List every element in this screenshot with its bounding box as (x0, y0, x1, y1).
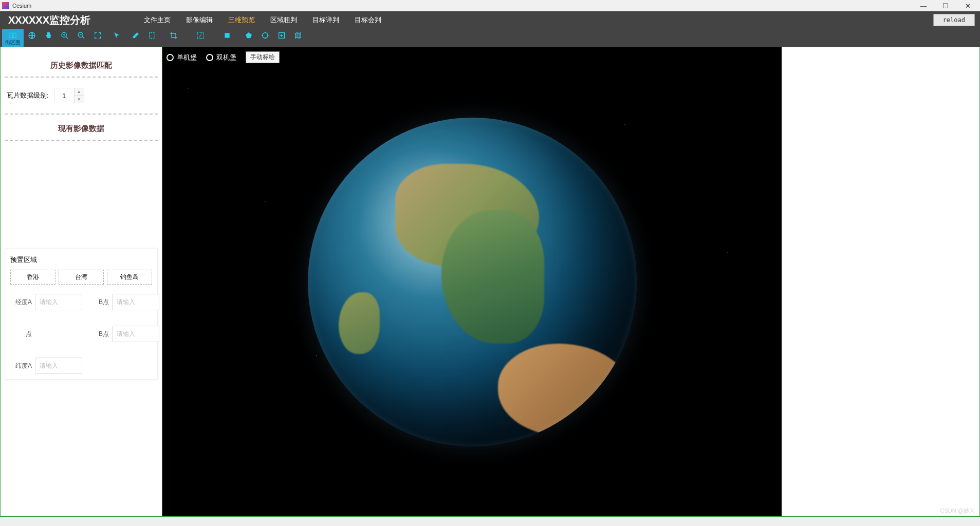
tool-label: 关闭影材 (217, 40, 237, 45)
svg-rect-5 (150, 33, 155, 39)
tab-2[interactable]: 三维预览 (228, 15, 255, 25)
tool-globe[interactable]: 全球 (24, 29, 40, 47)
tool-export[interactable]: 下载 (273, 29, 290, 47)
zoom-out-icon (77, 31, 85, 40)
app-title: XXXXXX监控分析 (5, 13, 123, 27)
tool-label: 全球 (27, 40, 37, 45)
radio-icon (206, 54, 213, 61)
tool-label: 放大 (60, 40, 70, 45)
preset-btn-2[interactable]: 钓鱼岛 (107, 270, 152, 285)
viewer-topbar: 单机堡 双机堡 手动标绘 (167, 51, 280, 63)
preset-region-panel: 预置区域 香港台湾钓鱼岛 经度A B点 点 B点 纬度A (5, 249, 158, 380)
tab-5[interactable]: 目标会判 (355, 15, 381, 25)
lonA-input[interactable] (35, 294, 82, 310)
tab-4[interactable]: 目标详判 (312, 15, 339, 25)
svg-rect-1 (13, 33, 16, 37)
sidebar: 历史影像数据匹配 瓦片数据级别: ▲ ▼ 现有影像数据 预置区域 香港台湾钓鱼岛… (1, 47, 162, 516)
right-blank-panel (782, 47, 979, 516)
tool-label: 全屏 (93, 40, 103, 45)
latA-label: 纬度A (10, 362, 35, 370)
main-tabs: 文件主页影像编辑三维预览区域粗判目标详判目标会判 (144, 15, 381, 25)
tool-label: 绘点 (260, 40, 270, 45)
fullscreen-icon (94, 31, 102, 40)
tool-label: 方向框 (109, 40, 124, 45)
radio-icon (167, 54, 174, 61)
b2-label: B点 (91, 330, 112, 339)
map-icon (294, 31, 302, 40)
tool-zoom-out[interactable]: 缩小 (73, 29, 89, 47)
minimize-button[interactable]: — (913, 2, 934, 10)
header-bar: XXXXXX监控分析 文件主页影像编辑三维预览区域粗判目标详判目标会判 relo… (0, 11, 980, 29)
b1-label: B点 (91, 298, 112, 307)
tool-cursor[interactable]: 方向框 (106, 29, 127, 47)
hand-icon (44, 31, 52, 40)
tool-hand[interactable]: 移动 (40, 29, 57, 47)
existing-section-title: 现有影像数据 (5, 115, 158, 140)
reload-button[interactable]: reload (933, 14, 975, 26)
tool-select-dashed[interactable]: 选择影材 (187, 29, 214, 47)
tile-level-stepper[interactable]: ▲ ▼ (54, 88, 84, 103)
history-section-title: 历史影像数据匹配 (5, 51, 158, 77)
tool-select-rect[interactable]: 区域 (144, 29, 160, 47)
svg-rect-7 (225, 33, 229, 37)
tool-pentagon[interactable]: 绘面 (241, 29, 257, 47)
crop-icon (170, 31, 178, 40)
tile-level-row: 瓦片数据级别: ▲ ▼ (5, 78, 158, 114)
preset-btn-1[interactable]: 台湾 (59, 270, 104, 285)
maximize-button[interactable]: ☐ (935, 2, 956, 10)
tool-label: 移动 (43, 40, 53, 45)
tool-eraser[interactable]: 清除 (127, 29, 144, 47)
tool-fullscreen[interactable]: 全屏 (89, 29, 106, 47)
tab-1[interactable]: 影像编辑 (186, 15, 213, 25)
cesium-viewer[interactable]: 单机堡 双机堡 手动标绘 (162, 47, 782, 516)
svg-rect-0 (10, 33, 12, 37)
watermark: CSDN @妙为 (940, 507, 975, 515)
target-icon (261, 31, 269, 40)
tool-label: 导出 (293, 40, 303, 45)
tool-layers[interactable]: 街区图 (2, 29, 24, 47)
tool-target[interactable]: 绘点 (257, 29, 273, 47)
window-title: Cesium (12, 3, 31, 9)
tool-stop[interactable]: 关闭影材 (214, 29, 241, 47)
tool-zoom-in[interactable]: 放大 (57, 29, 73, 47)
globe-icon[interactable] (308, 118, 637, 446)
b2-input[interactable] (112, 326, 159, 342)
tool-label: 缩小 (76, 40, 86, 45)
tool-map[interactable]: 导出 (290, 29, 306, 47)
tool-label: 下载 (276, 40, 287, 45)
stepper-down-icon[interactable]: ▼ (75, 96, 84, 103)
double-mode-radio[interactable]: 双机堡 (206, 53, 236, 62)
svg-point-8 (263, 33, 268, 39)
tool-label: 选择影材 (190, 40, 211, 45)
tool-label: 区域 (147, 40, 157, 45)
tile-level-label: 瓦片数据级别: (7, 91, 49, 100)
stepper-up-icon[interactable]: ▲ (75, 88, 84, 96)
tool-label: 切换影材 (163, 40, 184, 45)
tool-crop[interactable]: 切换影材 (160, 29, 187, 47)
preset-btn-0[interactable]: 香港 (10, 270, 56, 285)
tool-label: 绘面 (244, 40, 254, 45)
close-button[interactable]: ✕ (957, 2, 978, 10)
zoom-in-icon (61, 31, 69, 40)
app-icon (2, 2, 9, 9)
single-mode-radio[interactable]: 单机堡 (167, 53, 197, 62)
stop-icon (224, 31, 231, 40)
tile-level-input[interactable] (54, 88, 74, 103)
footer-bar (0, 517, 980, 526)
window-titlebar: Cesium — ☐ ✕ (0, 0, 980, 11)
select-rect-icon (148, 31, 156, 40)
tool-label: 清除 (131, 40, 141, 45)
latA-input[interactable] (35, 358, 82, 374)
select-dashed-icon (196, 31, 205, 40)
tool-label: 街区图 (5, 40, 21, 45)
manual-draw-button[interactable]: 手动标绘 (246, 51, 280, 63)
pentagon-icon (245, 31, 253, 40)
globe-icon (28, 31, 36, 40)
tab-3[interactable]: 区域粗判 (270, 15, 297, 25)
export-icon (278, 31, 286, 40)
layers-icon (9, 31, 17, 40)
pt-label: 点 (10, 330, 35, 339)
tab-0[interactable]: 文件主页 (144, 15, 171, 25)
cursor-icon (113, 31, 121, 40)
b1-input[interactable] (112, 294, 159, 310)
